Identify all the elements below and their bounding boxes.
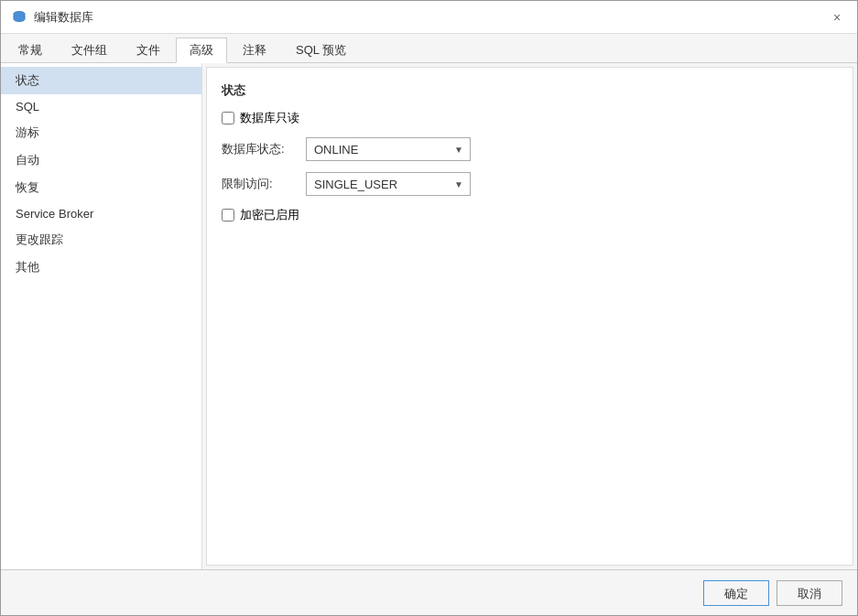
section-title: 状态 [222,82,838,99]
tab-filegroup[interactable]: 文件组 [58,37,121,62]
confirm-button[interactable]: 确定 [703,580,769,606]
title-bar: 编辑数据库 × [1,1,857,34]
sidebar-item-change-tracking[interactable]: 更改跟踪 [1,226,201,254]
readonly-group: 数据库只读 [222,110,838,126]
sidebar-item-recovery[interactable]: 恢复 [1,174,201,201]
db-status-select-wrapper: ONLINE OFFLINE EMERGENCY ▼ [306,137,471,161]
tab-general[interactable]: 常规 [5,37,56,62]
tab-notes[interactable]: 注释 [229,37,280,62]
sidebar-item-status[interactable]: 状态 [1,67,201,94]
encryption-label: 加密已启用 [240,207,299,223]
sidebar-item-auto[interactable]: 自动 [1,146,201,174]
sidebar-item-service-broker[interactable]: Service Broker [1,201,201,226]
restrict-access-label: 限制访问: [222,176,295,192]
close-button[interactable]: × [828,8,846,27]
content-area: 状态 SQL 游标 自动 恢复 Service Broker 更改跟踪 其他 状… [1,63,857,569]
tab-advanced[interactable]: 高级 [176,38,227,63]
sidebar-item-sql[interactable]: SQL [1,94,201,119]
encryption-checkbox[interactable] [222,209,234,222]
main-window: 编辑数据库 × 常规 文件组 文件 高级 注释 SQL 预览 状态 SQL 游标… [0,0,858,616]
footer: 确定 取消 [1,569,857,615]
main-panel: 状态 数据库只读 数据库状态: ONLINE OFFLINE EMERGENCY… [206,67,853,566]
cancel-button[interactable]: 取消 [777,580,842,606]
title-bar-left: 编辑数据库 [12,9,93,26]
db-status-group: 数据库状态: ONLINE OFFLINE EMERGENCY ▼ [222,137,838,161]
db-status-select[interactable]: ONLINE OFFLINE EMERGENCY [306,137,471,161]
db-status-label: 数据库状态: [222,141,295,157]
readonly-checkbox[interactable] [222,112,234,124]
restrict-access-select[interactable]: SINGLE_USER RESTRICTED_USER MULTI_USER [306,172,471,196]
sidebar: 状态 SQL 游标 自动 恢复 Service Broker 更改跟踪 其他 [1,63,202,569]
restrict-access-group: 限制访问: SINGLE_USER RESTRICTED_USER MULTI_… [222,172,838,196]
restrict-access-select-wrapper: SINGLE_USER RESTRICTED_USER MULTI_USER ▼ [306,172,471,196]
tab-sql-preview[interactable]: SQL 预览 [282,37,360,62]
db-icon [12,10,27,25]
window-title: 编辑数据库 [34,9,93,26]
tab-bar: 常规 文件组 文件 高级 注释 SQL 预览 [1,34,857,63]
tab-file[interactable]: 文件 [123,37,174,62]
encryption-group: 加密已启用 [222,207,838,223]
sidebar-item-cursor[interactable]: 游标 [1,119,201,146]
sidebar-item-other[interactable]: 其他 [1,254,201,281]
readonly-label: 数据库只读 [240,110,299,126]
